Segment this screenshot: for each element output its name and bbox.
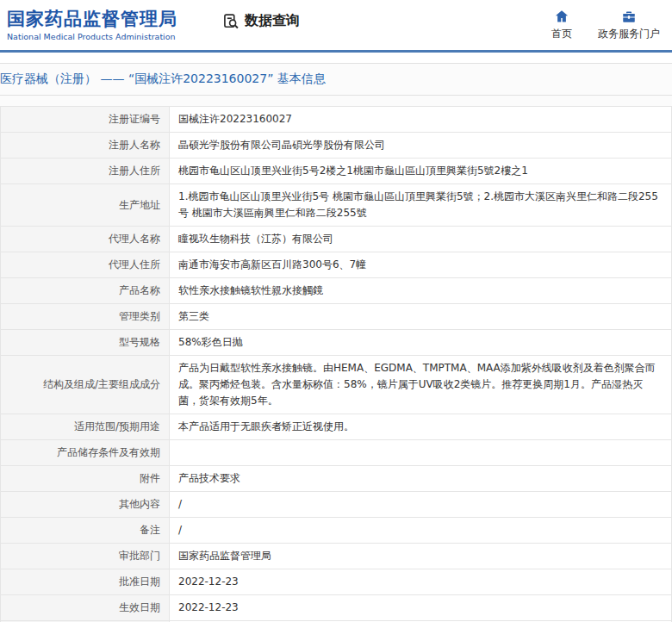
row-label: 产品储存条件及有效期 <box>1 440 170 466</box>
table-row: 审批部门国家药品监督管理局 <box>1 544 672 569</box>
table-row: 产品储存条件及有效期 <box>1 440 672 466</box>
row-label: 管理类别 <box>1 304 170 330</box>
row-label: 结构及组成/主要组成成分 <box>1 356 170 414</box>
row-label: 注册人名称 <box>1 133 170 159</box>
row-label: 适用范围/预期用途 <box>1 414 170 440</box>
data-query-icon <box>222 13 240 30</box>
row-label: 批准日期 <box>1 569 170 595</box>
row-value: 国械注许20223160027 <box>170 107 672 133</box>
registration-info-table: 注册证编号国械注许20223160027注册人名称晶硕光学股份有限公司晶碩光學股… <box>0 106 672 622</box>
row-value: 2022-12-23 <box>170 595 672 621</box>
home-icon <box>554 9 569 24</box>
row-value: 软性亲水接触镜软性親水接觸鏡 <box>170 278 672 304</box>
site-name: 国家药品监督管理局 <box>7 9 177 29</box>
data-query-label: 数据查询 <box>245 12 300 30</box>
row-label: 备注 <box>1 518 170 544</box>
row-value: / <box>170 518 672 544</box>
nav-portal-label: 政务服务门户 <box>598 27 660 41</box>
table-row: 生效日期2022-12-23 <box>1 595 672 621</box>
table-row: 适用范围/预期用途本产品适用于无眼疾者矫正近视使用。 <box>1 414 672 440</box>
main-content: 医疗器械（注册） —— “国械注许20223160027” 基本信息 注册证编号… <box>0 63 672 622</box>
site-header: 国家药品监督管理局 National Medical Products Admi… <box>0 0 672 50</box>
row-value: 1.桃园市龟山区山顶里兴业街5号 桃園市龜山區山頂里興業街5號；2.桃园市大溪区… <box>170 184 672 227</box>
table-row: 生产地址1.桃园市龟山区山顶里兴业街5号 桃園市龜山區山頂里興業街5號；2.桃园… <box>1 184 672 227</box>
nav-item-portal[interactable]: 政务服务门户 <box>598 9 660 41</box>
page-title: 医疗器械（注册） —— “国械注许20223160027” 基本信息 <box>0 63 672 96</box>
table-row: 注册人名称晶硕光学股份有限公司晶碩光學股份有限公司 <box>1 133 672 159</box>
header-divider <box>0 50 672 53</box>
site-logo[interactable]: 国家药品监督管理局 National Medical Products Admi… <box>7 9 177 40</box>
row-value <box>170 440 672 466</box>
header-nav: 首页 政务服务门户 <box>551 9 660 41</box>
nav-home-label: 首页 <box>551 27 572 41</box>
site-name-en: National Medical Products Administration <box>7 32 177 41</box>
nav-item-home[interactable]: 首页 <box>551 9 572 41</box>
table-row: 管理类别第三类 <box>1 304 672 330</box>
table-row: 批准日期2022-12-23 <box>1 569 672 595</box>
row-label: 注册证编号 <box>1 107 170 133</box>
row-value: 晶硕光学股份有限公司晶碩光學股份有限公司 <box>170 133 672 159</box>
table-row: 代理人名称瞳视玖生物科技（江苏）有限公司 <box>1 227 672 252</box>
row-label: 代理人名称 <box>1 227 170 252</box>
row-value: 58%彩色日抛 <box>170 330 672 356</box>
table-row: 注册人住所桃园市龟山区山顶里兴业街5号2楼之1桃園市龜山區山頂里興業街5號2樓之… <box>1 159 672 184</box>
table-row: 注册证编号国械注许20223160027 <box>1 107 672 133</box>
table-row: 结构及组成/主要组成成分产品为日戴型软性亲水接触镜。由HEMA、EGDMA、TM… <box>1 356 672 414</box>
registration-table-body: 注册证编号国械注许20223160027注册人名称晶硕光学股份有限公司晶碩光學股… <box>1 107 672 622</box>
row-value: 产品技术要求 <box>170 466 672 492</box>
row-value: 第三类 <box>170 304 672 330</box>
row-value: 瞳视玖生物科技（江苏）有限公司 <box>170 227 672 252</box>
row-value: 国家药品监督管理局 <box>170 544 672 569</box>
briefcase-icon <box>621 9 637 24</box>
row-label: 产品名称 <box>1 278 170 304</box>
row-value: 南通市海安市高新区百川路300号6、7幢 <box>170 252 672 278</box>
row-value: 桃园市龟山区山顶里兴业街5号2楼之1桃園市龜山區山頂里興業街5號2樓之1 <box>170 159 672 184</box>
row-value: 本产品适用于无眼疾者矫正近视使用。 <box>170 414 672 440</box>
table-row: 型号规格58%彩色日抛 <box>1 330 672 356</box>
row-label: 审批部门 <box>1 544 170 569</box>
row-label: 附件 <box>1 466 170 492</box>
table-row: 附件产品技术要求 <box>1 466 672 492</box>
table-row: 其他内容/ <box>1 492 672 518</box>
row-label: 代理人住所 <box>1 252 170 278</box>
row-label: 生效日期 <box>1 595 170 621</box>
row-value: 2022-12-23 <box>170 569 672 595</box>
row-label: 生产地址 <box>1 184 170 227</box>
row-value: 产品为日戴型软性亲水接触镜。由HEMA、EGDMA、TMPTMA、MAA添加紫外… <box>170 356 672 414</box>
table-row: 代理人住所南通市海安市高新区百川路300号6、7幢 <box>1 252 672 278</box>
row-value: / <box>170 492 672 518</box>
table-row: 产品名称软性亲水接触镜软性親水接觸鏡 <box>1 278 672 304</box>
row-label: 型号规格 <box>1 330 170 356</box>
row-label: 注册人住所 <box>1 159 170 184</box>
row-label: 其他内容 <box>1 492 170 518</box>
table-row: 备注/ <box>1 518 672 544</box>
data-query-section: 数据查询 <box>222 12 300 30</box>
